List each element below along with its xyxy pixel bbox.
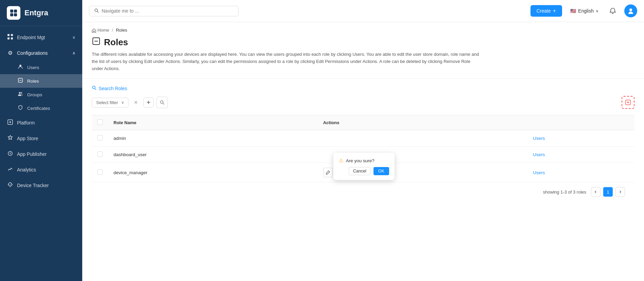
users-link[interactable]: Users [533,152,545,157]
svg-point-12 [21,92,22,94]
filter-select[interactable]: Select filter ∨ [92,98,128,108]
page-title: Roles [92,37,634,48]
sidebar-item-configurations[interactable]: ⚙ Configurations ∧ [0,45,82,61]
row-checkbox[interactable] [97,135,103,140]
plus-icon: + [553,8,556,14]
svg-rect-7 [11,37,13,39]
roles-table: Role Name Actions admin Users [92,115,634,182]
chevron-down-icon: ∨ [72,35,75,40]
sidebar-item-app-publisher[interactable]: App Publisher [0,146,82,162]
pagination-prev[interactable] [591,187,601,197]
svg-point-19 [629,9,632,11]
role-name-cell: dashboard_user [108,147,318,163]
sidebar-item-users[interactable]: Users [0,61,82,74]
sidebar-item-roles[interactable]: Roles [0,74,82,88]
filter-row: Select filter ∨ ✕ [92,96,634,109]
svg-rect-5 [11,34,13,36]
role-name-cell: device_manager [108,163,318,182]
breadcrumb: Home / Roles [82,22,644,33]
svg-point-22 [92,86,95,89]
users-link-cell: Users [527,163,634,182]
filter-clear-button[interactable]: ✕ [131,98,141,107]
svg-line-18 [98,11,99,13]
sidebar-item-app-store[interactable]: App Store [0,131,82,146]
popover-cancel-button[interactable]: Cancel [349,167,371,175]
role-icon [17,78,24,84]
navigation-icon [94,8,99,14]
sidebar-item-label: Endpoint Mgt [17,35,45,40]
page-description: The different roles available for access… [92,51,483,72]
notification-button[interactable] [607,5,619,17]
create-button[interactable]: Create + [530,5,562,17]
svg-line-23 [95,89,97,90]
sidebar-item-analytics[interactable]: Analytics [0,162,82,178]
page-content: Home / Roles Roles The different roles a… [82,22,644,281]
svg-rect-4 [7,34,10,36]
navigation-search[interactable] [89,6,239,16]
logo-icon [7,6,20,20]
groups-icon [17,92,24,98]
sidebar-item-device-tracker[interactable]: Device Tracker [0,178,82,193]
search-roles-bar[interactable]: Search Roles [92,85,634,91]
pagination-info: showing 1-3 of 3 roles [543,189,586,195]
app-name: Entgra [24,9,48,17]
chevron-up-icon: ∧ [72,51,75,55]
filter-placeholder: Select filter [96,100,118,105]
user-avatar[interactable] [624,4,637,17]
sidebar-logo: Entgra [0,0,82,26]
analytics-icon [7,166,14,173]
svg-rect-2 [10,13,13,16]
users-link[interactable]: Users [533,170,545,175]
topbar: Create + 🇺🇸 English ∨ [82,0,644,22]
table-header-actions: Actions [318,115,528,130]
roles-title-icon [92,37,101,48]
svg-point-8 [19,65,21,67]
svg-rect-1 [14,10,17,13]
sidebar-item-label: App Publisher [17,151,47,157]
navigate-input[interactable] [102,8,233,14]
row-checkbox[interactable] [97,151,103,157]
app-store-icon [7,135,14,142]
pagination-page-1[interactable]: 1 [603,187,613,197]
select-all-checkbox[interactable] [97,119,103,125]
users-link-cell: Users [527,130,634,147]
row-checkbox[interactable] [97,169,103,175]
actions-cell: ⚠ Are you sure? Cancel OK [318,147,528,163]
search-roles-label: Search Roles [99,86,127,91]
svg-point-11 [19,92,21,94]
pagination-next[interactable] [615,187,625,197]
device-tracker-icon [7,182,14,189]
language-selector[interactable]: 🇺🇸 English ∨ [568,7,601,15]
filter-add-button[interactable] [143,97,154,108]
sidebar-item-label: Configurations [17,50,48,56]
table-row: admin Users [92,130,634,147]
sidebar-item-label: Platform [17,120,35,126]
popover-ok-button[interactable]: OK [373,167,389,175]
users-link[interactable]: Users [533,136,545,141]
sidebar-item-label: Roles [27,79,39,84]
sidebar-item-certificates[interactable]: Certificates [0,101,82,115]
page-header: Roles The different roles available for … [82,33,644,79]
main-content: Create + 🇺🇸 English ∨ Home / Roles [82,0,644,281]
table-header-checkbox [92,115,108,130]
sidebar-item-groups[interactable]: Groups [0,88,82,101]
svg-rect-3 [14,13,17,16]
svg-rect-0 [10,10,13,13]
sidebar-item-label: Users [27,65,39,70]
sidebar-item-label: Certificates [27,106,50,111]
role-name-cell: admin [108,130,318,147]
breadcrumb-home[interactable]: Home [92,28,109,33]
grid-icon [7,34,14,41]
filter-search-button[interactable] [156,97,168,108]
popover-title: ⚠ Are you sure? [339,158,389,164]
edit-button[interactable] [323,168,333,177]
popover-actions: Cancel OK [339,167,389,175]
table-section: Search Roles Select filter ∨ ✕ [82,79,644,210]
svg-line-27 [163,103,164,105]
svg-rect-6 [7,37,10,39]
create-label: Create [537,8,551,14]
sidebar-item-platform[interactable]: Platform [0,115,82,131]
sidebar-item-endpoint-mgt[interactable]: Endpoint Mgt ∨ [0,30,82,45]
shield-icon [17,105,24,111]
export-button[interactable] [622,96,634,109]
